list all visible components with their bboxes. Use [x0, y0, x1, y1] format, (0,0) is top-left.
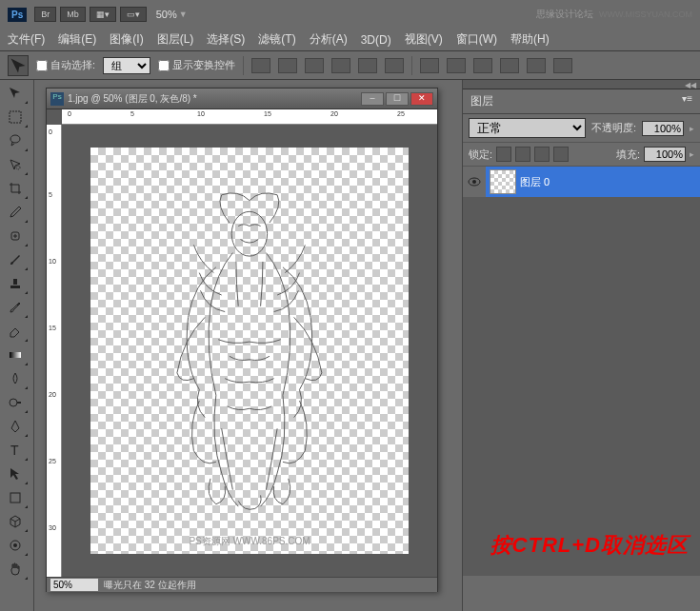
- shape-tool[interactable]: [2, 486, 29, 509]
- show-transform-check[interactable]: 显示变换控件: [158, 58, 235, 72]
- menubar: 文件(F) 编辑(E) 图像(I) 图层(L) 选择(S) 滤镜(T) 分析(A…: [0, 29, 700, 51]
- align-right-icon[interactable]: [385, 58, 404, 73]
- move-tool-icon[interactable]: [8, 55, 29, 76]
- fill-arrow-icon[interactable]: ▸: [690, 149, 694, 159]
- fill-label: 填充:: [616, 148, 640, 162]
- close-button[interactable]: ✕: [410, 92, 433, 106]
- fill-value[interactable]: 100%: [644, 147, 686, 162]
- marquee-tool[interactable]: [2, 106, 29, 128]
- lock-pixels-icon[interactable]: [515, 147, 530, 162]
- menu-view[interactable]: 视图(V): [405, 31, 443, 48]
- zoom-level[interactable]: 50%: [156, 9, 177, 20]
- canvas[interactable]: PS资源网 WWW.86PS.COM: [62, 125, 437, 577]
- bridge-button[interactable]: Br: [34, 7, 56, 22]
- panel-collapse-icon[interactable]: ◀◀: [685, 81, 696, 89]
- panel-tabs: 图层 ▾≡: [463, 89, 700, 114]
- ruler-horizontal[interactable]: 0 5 10 15 20 25: [62, 109, 437, 125]
- app-header: Ps Br Mb ▦▾ ▭▾ 50% ▼ 思缘设计论坛 WWW.MISSYUAN…: [0, 0, 700, 29]
- gradient-tool[interactable]: [2, 344, 29, 366]
- hand-tool[interactable]: [2, 558, 29, 581]
- layer-list[interactable]: 图层 0: [463, 167, 700, 576]
- panel-grip[interactable]: ◀◀: [463, 80, 700, 89]
- menu-filter[interactable]: 滤镜(T): [258, 31, 295, 48]
- blur-tool[interactable]: [2, 367, 29, 390]
- screen-mode-button[interactable]: ▦▾: [90, 7, 116, 22]
- align-vcenter-icon[interactable]: [278, 58, 297, 73]
- align-bottom-icon[interactable]: [305, 58, 324, 73]
- align-hcenter-icon[interactable]: [358, 58, 377, 73]
- distribute-left-icon[interactable]: [500, 58, 519, 73]
- toolbox: T: [0, 80, 34, 611]
- distribute-top-icon[interactable]: [420, 58, 439, 73]
- lock-position-icon[interactable]: [534, 147, 550, 162]
- options-bar: 自动选择: 组 显示变换控件: [0, 51, 700, 80]
- status-zoom[interactable]: 50%: [50, 579, 98, 591]
- menu-window[interactable]: 窗口(W): [456, 31, 497, 48]
- svg-point-6: [17, 304, 19, 306]
- path-select-tool[interactable]: [2, 463, 29, 485]
- 3d-camera-tool[interactable]: [2, 534, 29, 557]
- stamp-tool[interactable]: [2, 272, 29, 295]
- layer-thumbnail[interactable]: [490, 169, 516, 194]
- auto-select-checkbox[interactable]: [36, 60, 48, 71]
- menu-select[interactable]: 选择(S): [207, 31, 245, 48]
- crop-tool[interactable]: [2, 177, 29, 200]
- brush-tool[interactable]: [2, 248, 29, 271]
- separator: [243, 56, 244, 75]
- show-transform-checkbox[interactable]: [158, 60, 170, 71]
- panel-menu-icon[interactable]: ▾≡: [682, 93, 692, 109]
- opacity-value[interactable]: 100%: [642, 121, 684, 136]
- doc-ps-icon: Ps: [50, 92, 64, 106]
- lock-all-icon[interactable]: [553, 147, 569, 162]
- history-brush-tool[interactable]: [2, 296, 29, 319]
- tab-layers[interactable]: 图层: [470, 93, 493, 109]
- svg-rect-7: [10, 352, 21, 358]
- layer-row[interactable]: 图层 0: [463, 167, 700, 197]
- lock-transparency-icon[interactable]: [496, 147, 511, 162]
- lasso-tool[interactable]: [2, 129, 29, 152]
- align-left-icon[interactable]: [331, 58, 350, 73]
- status-text: 曝光只在 32 位起作用: [104, 579, 196, 592]
- dodge-tool[interactable]: [2, 391, 29, 414]
- eraser-tool[interactable]: [2, 320, 29, 343]
- distribute-vcenter-icon[interactable]: [447, 58, 466, 73]
- menu-layer[interactable]: 图层(L): [157, 31, 194, 48]
- artwork-lineart: [90, 148, 409, 554]
- svg-rect-10: [10, 493, 20, 503]
- minibridge-button[interactable]: Mb: [60, 7, 86, 22]
- minimize-button[interactable]: –: [361, 92, 384, 106]
- document-title: 1.jpg @ 50% (图层 0, 灰色/8) *: [68, 92, 197, 106]
- distribute-bottom-icon[interactable]: [473, 58, 492, 73]
- quick-select-tool[interactable]: [2, 153, 29, 176]
- zoom-dropdown-icon[interactable]: ▼: [179, 10, 188, 19]
- menu-edit[interactable]: 编辑(E): [58, 31, 96, 48]
- type-tool[interactable]: T: [2, 439, 29, 462]
- menu-3d[interactable]: 3D(D): [361, 33, 391, 47]
- menu-help[interactable]: 帮助(H): [510, 31, 550, 48]
- menu-analysis[interactable]: 分析(A): [310, 31, 348, 48]
- separator: [411, 56, 412, 75]
- ruler-vertical[interactable]: 0 5 10 15 20 25 30: [47, 125, 62, 577]
- blend-mode-select[interactable]: 正常: [469, 118, 586, 138]
- menu-file[interactable]: 文件(F): [8, 31, 45, 48]
- auto-select-check[interactable]: 自动选择:: [36, 58, 95, 72]
- opacity-arrow-icon[interactable]: ▸: [690, 124, 694, 133]
- lock-row: 锁定: 填充: 100% ▸: [463, 143, 700, 167]
- 3d-tool[interactable]: [2, 510, 29, 533]
- auto-select-target[interactable]: 组: [103, 57, 150, 74]
- canvas-area: Ps 1.jpg @ 50% (图层 0, 灰色/8) * – ☐ ✕ 0 5 …: [34, 80, 462, 611]
- move-tool[interactable]: [2, 82, 29, 105]
- layer-visibility-icon[interactable]: [463, 167, 486, 197]
- eyedropper-tool[interactable]: [2, 201, 29, 224]
- document-titlebar[interactable]: Ps 1.jpg @ 50% (图层 0, 灰色/8) * – ☐ ✕: [47, 89, 437, 109]
- maximize-button[interactable]: ☐: [386, 92, 409, 106]
- menu-image[interactable]: 图像(I): [110, 31, 143, 48]
- pen-tool[interactable]: [2, 415, 29, 438]
- distribute-hcenter-icon[interactable]: [527, 58, 546, 73]
- svg-rect-5: [10, 286, 20, 288]
- healing-tool[interactable]: [2, 225, 29, 247]
- distribute-right-icon[interactable]: [553, 58, 572, 73]
- align-top-icon[interactable]: [251, 58, 270, 73]
- view-extras-button[interactable]: ▭▾: [120, 7, 147, 22]
- layer-name[interactable]: 图层 0: [520, 175, 550, 189]
